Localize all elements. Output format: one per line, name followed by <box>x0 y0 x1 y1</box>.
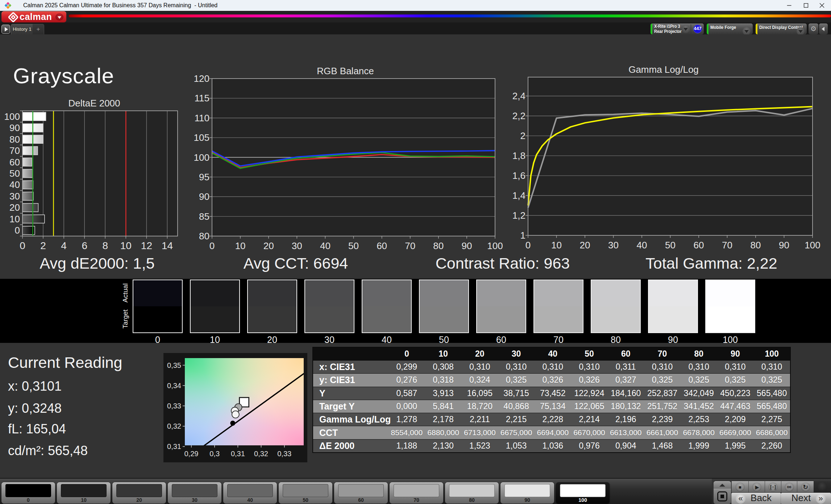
table-col-header: 30 <box>498 349 535 359</box>
pattern-bar: 0102030405060708090100 ■ ▶ [··] ∞ ↻ « Ba… <box>0 478 831 504</box>
pattern-chip <box>5 484 51 497</box>
swatch-target <box>649 306 697 332</box>
swatch-target <box>248 306 296 332</box>
svg-text:115: 115 <box>195 93 209 104</box>
swatch-40 <box>362 280 412 333</box>
maximize-icon <box>804 3 809 8</box>
pattern-button-60[interactable]: 60 <box>334 482 388 504</box>
meter-count-badge[interactable]: 447 <box>693 25 702 33</box>
svg-text:60: 60 <box>9 157 20 168</box>
table-cell: 2,275 <box>753 415 790 424</box>
svg-text:10: 10 <box>235 240 246 251</box>
table-cell: 0,325 <box>498 375 535 385</box>
grayscale-swatch-strip: Actual Target 0102030405060708090100 <box>0 279 831 343</box>
swatch-actual <box>305 280 354 306</box>
pattern-button-50[interactable]: 50 <box>279 482 332 504</box>
calman-menu-arrow[interactable] <box>55 13 63 21</box>
window-title: Calman 2025 Calman Ultimate for Business… <box>23 0 217 11</box>
table-cell: 122,065 <box>571 402 608 411</box>
add-tab-button[interactable]: + <box>33 24 44 34</box>
pattern-window-button[interactable] <box>714 489 731 504</box>
svg-text:50: 50 <box>348 240 359 251</box>
pattern-button-80[interactable]: 80 <box>445 482 499 504</box>
table-col-header: 100 <box>753 349 790 359</box>
contrast-ratio-stat: Contrast Ratio: 963 <box>401 255 604 272</box>
pattern-chip <box>338 484 384 497</box>
display-control-selector[interactable]: Direct Display Control <box>756 24 807 34</box>
svg-text:40: 40 <box>637 240 647 251</box>
loop-button[interactable]: ∞ <box>781 481 797 492</box>
pattern-window-icon-fill <box>720 495 724 498</box>
minimize-button[interactable] <box>781 0 798 11</box>
table-cell: 0,299 <box>389 362 425 372</box>
table-cell: 0,327 <box>607 375 644 385</box>
stop-button[interactable]: ■ <box>731 481 748 492</box>
table-cell: 6694,000 <box>535 428 571 437</box>
expand-panel-button[interactable] <box>714 481 731 489</box>
pattern-level-label: 20 <box>112 497 166 503</box>
close-button[interactable] <box>814 0 830 11</box>
pattern-button-40[interactable]: 40 <box>223 482 277 504</box>
range-button[interactable]: [··] <box>765 481 781 492</box>
actual-row-label: Actual <box>121 278 130 307</box>
swatch-level-label: 10 <box>190 335 240 345</box>
pattern-level-label: 40 <box>223 497 277 503</box>
swatch-80 <box>591 280 641 333</box>
tab-history-1[interactable]: History 1 <box>11 24 33 34</box>
refresh-button[interactable]: ↻ <box>797 481 814 492</box>
table-cell: 73,452 <box>535 388 571 398</box>
svg-text:4: 4 <box>61 240 67 251</box>
pattern-button-30[interactable]: 30 <box>168 482 221 504</box>
infinity-icon: ∞ <box>787 483 791 491</box>
swatch-level-label: 100 <box>705 335 755 345</box>
source-dropdown-arrow[interactable] <box>743 27 751 34</box>
table-cell: 0,310 <box>717 362 754 372</box>
table-cell: 16,095 <box>461 388 498 398</box>
table-cell: 0,308 <box>425 362 462 372</box>
maximize-button[interactable] <box>798 0 814 11</box>
pattern-button-0[interactable]: 0 <box>1 482 55 504</box>
pattern-button-100[interactable]: 100 <box>556 482 610 504</box>
svg-text:70: 70 <box>722 240 732 251</box>
calman-menu-button[interactable]: calman <box>1 11 66 22</box>
pattern-button-10[interactable]: 10 <box>57 482 111 504</box>
close-icon <box>819 3 824 8</box>
pattern-button-90[interactable]: 90 <box>500 482 554 504</box>
pattern-button-20[interactable]: 20 <box>112 482 166 504</box>
chevron-down-icon <box>684 28 688 31</box>
play-button[interactable]: ▶ <box>748 481 765 492</box>
next-button[interactable]: Next » <box>781 493 831 504</box>
range-icon: [··] <box>770 484 776 490</box>
pattern-level-label: 0 <box>1 497 55 503</box>
table-row: Target Y0,0005,84118,72040,86875,134122,… <box>313 400 790 413</box>
svg-text:RGB Balance: RGB Balance <box>317 66 374 76</box>
swatch-actual <box>649 280 697 306</box>
table-cell: 251,752 <box>644 402 681 411</box>
pattern-button-70[interactable]: 70 <box>390 482 443 504</box>
settings-button[interactable]: ⚙ <box>809 24 818 34</box>
table-cell: 450,223 <box>717 388 754 398</box>
svg-text:40: 40 <box>9 179 20 190</box>
table-row-label: CCT <box>313 428 389 438</box>
display-dropdown-arrow[interactable] <box>797 27 805 34</box>
table-row: Y0,5873,91316,09538,71573,452122,924184,… <box>313 387 790 400</box>
table-cell: 0,310 <box>753 362 790 372</box>
workflow-nav-button[interactable] <box>1 25 10 34</box>
meter-selector[interactable]: X-Rite i1Pro 3 Rear Projector 447 <box>651 24 704 34</box>
page-title: Grayscale <box>13 63 114 88</box>
table-cell: 1,278 <box>389 415 425 424</box>
play-icon <box>5 27 8 32</box>
swatch-actual <box>133 280 182 306</box>
back-button[interactable]: « Back <box>731 493 781 504</box>
reading-x: x: 0,3101 <box>8 379 62 394</box>
table-cell: 0,310 <box>498 362 535 372</box>
swatch-actual <box>248 280 296 306</box>
source-selector[interactable]: Mobile Forge <box>707 24 753 34</box>
meter-dropdown-arrow[interactable] <box>682 25 690 33</box>
swatch-0 <box>133 280 183 333</box>
collapse-panel-button[interactable] <box>819 24 828 34</box>
table-cell: 0,326 <box>535 375 571 385</box>
divider <box>691 24 691 34</box>
transport-cluster: ■ ▶ [··] ∞ ↻ « Back Next » <box>712 479 831 504</box>
swatch-50 <box>419 280 469 333</box>
